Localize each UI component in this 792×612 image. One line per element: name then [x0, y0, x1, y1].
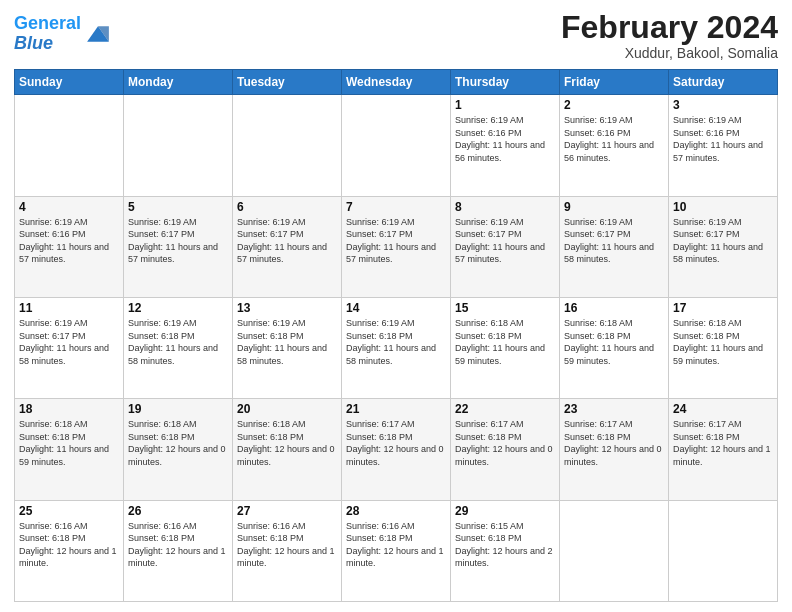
- calendar-body: 1Sunrise: 6:19 AM Sunset: 6:16 PM Daylig…: [15, 95, 778, 602]
- calendar-header-row: SundayMondayTuesdayWednesdayThursdayFrid…: [15, 70, 778, 95]
- calendar-cell: 19Sunrise: 6:18 AM Sunset: 6:18 PM Dayli…: [124, 399, 233, 500]
- day-info: Sunrise: 6:17 AM Sunset: 6:18 PM Dayligh…: [673, 418, 773, 468]
- calendar-cell: [342, 95, 451, 196]
- day-info: Sunrise: 6:16 AM Sunset: 6:18 PM Dayligh…: [237, 520, 337, 570]
- month-title: February 2024: [561, 10, 778, 45]
- day-number: 16: [564, 301, 664, 315]
- calendar-cell: 23Sunrise: 6:17 AM Sunset: 6:18 PM Dayli…: [560, 399, 669, 500]
- day-info: Sunrise: 6:19 AM Sunset: 6:16 PM Dayligh…: [673, 114, 773, 164]
- day-number: 15: [455, 301, 555, 315]
- calendar-cell: 25Sunrise: 6:16 AM Sunset: 6:18 PM Dayli…: [15, 500, 124, 601]
- day-number: 24: [673, 402, 773, 416]
- day-info: Sunrise: 6:19 AM Sunset: 6:17 PM Dayligh…: [346, 216, 446, 266]
- page: GeneralBlue February 2024 Xuddur, Bakool…: [0, 0, 792, 612]
- calendar-cell: 11Sunrise: 6:19 AM Sunset: 6:17 PM Dayli…: [15, 297, 124, 398]
- day-number: 7: [346, 200, 446, 214]
- day-info: Sunrise: 6:19 AM Sunset: 6:16 PM Dayligh…: [19, 216, 119, 266]
- day-number: 11: [19, 301, 119, 315]
- day-info: Sunrise: 6:16 AM Sunset: 6:18 PM Dayligh…: [128, 520, 228, 570]
- calendar-cell: 6Sunrise: 6:19 AM Sunset: 6:17 PM Daylig…: [233, 196, 342, 297]
- day-info: Sunrise: 6:19 AM Sunset: 6:18 PM Dayligh…: [237, 317, 337, 367]
- day-number: 27: [237, 504, 337, 518]
- day-info: Sunrise: 6:17 AM Sunset: 6:18 PM Dayligh…: [564, 418, 664, 468]
- day-info: Sunrise: 6:19 AM Sunset: 6:17 PM Dayligh…: [455, 216, 555, 266]
- day-number: 8: [455, 200, 555, 214]
- day-info: Sunrise: 6:19 AM Sunset: 6:17 PM Dayligh…: [19, 317, 119, 367]
- day-number: 13: [237, 301, 337, 315]
- day-info: Sunrise: 6:17 AM Sunset: 6:18 PM Dayligh…: [346, 418, 446, 468]
- calendar-cell: [233, 95, 342, 196]
- title-block: February 2024 Xuddur, Bakool, Somalia: [561, 10, 778, 61]
- calendar-week-row: 11Sunrise: 6:19 AM Sunset: 6:17 PM Dayli…: [15, 297, 778, 398]
- weekday-header: Wednesday: [342, 70, 451, 95]
- day-info: Sunrise: 6:18 AM Sunset: 6:18 PM Dayligh…: [128, 418, 228, 468]
- calendar-cell: 13Sunrise: 6:19 AM Sunset: 6:18 PM Dayli…: [233, 297, 342, 398]
- calendar-cell: 15Sunrise: 6:18 AM Sunset: 6:18 PM Dayli…: [451, 297, 560, 398]
- day-number: 20: [237, 402, 337, 416]
- day-number: 4: [19, 200, 119, 214]
- day-number: 28: [346, 504, 446, 518]
- day-info: Sunrise: 6:19 AM Sunset: 6:17 PM Dayligh…: [237, 216, 337, 266]
- calendar-cell: 7Sunrise: 6:19 AM Sunset: 6:17 PM Daylig…: [342, 196, 451, 297]
- logo-icon: [84, 20, 112, 48]
- day-info: Sunrise: 6:19 AM Sunset: 6:17 PM Dayligh…: [128, 216, 228, 266]
- calendar-cell: 3Sunrise: 6:19 AM Sunset: 6:16 PM Daylig…: [669, 95, 778, 196]
- day-number: 14: [346, 301, 446, 315]
- calendar-cell: 8Sunrise: 6:19 AM Sunset: 6:17 PM Daylig…: [451, 196, 560, 297]
- calendar-week-row: 25Sunrise: 6:16 AM Sunset: 6:18 PM Dayli…: [15, 500, 778, 601]
- calendar-cell: 18Sunrise: 6:18 AM Sunset: 6:18 PM Dayli…: [15, 399, 124, 500]
- calendar-cell: 29Sunrise: 6:15 AM Sunset: 6:18 PM Dayli…: [451, 500, 560, 601]
- calendar-cell: 10Sunrise: 6:19 AM Sunset: 6:17 PM Dayli…: [669, 196, 778, 297]
- day-info: Sunrise: 6:18 AM Sunset: 6:18 PM Dayligh…: [564, 317, 664, 367]
- day-info: Sunrise: 6:16 AM Sunset: 6:18 PM Dayligh…: [19, 520, 119, 570]
- calendar-cell: 20Sunrise: 6:18 AM Sunset: 6:18 PM Dayli…: [233, 399, 342, 500]
- calendar-cell: 9Sunrise: 6:19 AM Sunset: 6:17 PM Daylig…: [560, 196, 669, 297]
- calendar-cell: 12Sunrise: 6:19 AM Sunset: 6:18 PM Dayli…: [124, 297, 233, 398]
- day-number: 29: [455, 504, 555, 518]
- calendar-cell: 4Sunrise: 6:19 AM Sunset: 6:16 PM Daylig…: [15, 196, 124, 297]
- day-info: Sunrise: 6:15 AM Sunset: 6:18 PM Dayligh…: [455, 520, 555, 570]
- day-number: 12: [128, 301, 228, 315]
- weekday-header: Monday: [124, 70, 233, 95]
- day-info: Sunrise: 6:18 AM Sunset: 6:18 PM Dayligh…: [455, 317, 555, 367]
- day-number: 3: [673, 98, 773, 112]
- location-subtitle: Xuddur, Bakool, Somalia: [561, 45, 778, 61]
- calendar-table: SundayMondayTuesdayWednesdayThursdayFrid…: [14, 69, 778, 602]
- calendar-cell: 1Sunrise: 6:19 AM Sunset: 6:16 PM Daylig…: [451, 95, 560, 196]
- calendar-cell: 16Sunrise: 6:18 AM Sunset: 6:18 PM Dayli…: [560, 297, 669, 398]
- day-number: 5: [128, 200, 228, 214]
- day-number: 21: [346, 402, 446, 416]
- day-number: 25: [19, 504, 119, 518]
- day-number: 1: [455, 98, 555, 112]
- day-info: Sunrise: 6:19 AM Sunset: 6:18 PM Dayligh…: [346, 317, 446, 367]
- weekday-header: Saturday: [669, 70, 778, 95]
- day-number: 6: [237, 200, 337, 214]
- weekday-header: Friday: [560, 70, 669, 95]
- calendar-cell: 2Sunrise: 6:19 AM Sunset: 6:16 PM Daylig…: [560, 95, 669, 196]
- calendar-cell: 22Sunrise: 6:17 AM Sunset: 6:18 PM Dayli…: [451, 399, 560, 500]
- day-number: 26: [128, 504, 228, 518]
- day-number: 18: [19, 402, 119, 416]
- calendar-cell: 27Sunrise: 6:16 AM Sunset: 6:18 PM Dayli…: [233, 500, 342, 601]
- day-number: 23: [564, 402, 664, 416]
- day-number: 2: [564, 98, 664, 112]
- logo-text: GeneralBlue: [14, 14, 81, 54]
- calendar-cell: 5Sunrise: 6:19 AM Sunset: 6:17 PM Daylig…: [124, 196, 233, 297]
- calendar-week-row: 1Sunrise: 6:19 AM Sunset: 6:16 PM Daylig…: [15, 95, 778, 196]
- day-info: Sunrise: 6:19 AM Sunset: 6:17 PM Dayligh…: [673, 216, 773, 266]
- calendar-cell: [560, 500, 669, 601]
- calendar-cell: 14Sunrise: 6:19 AM Sunset: 6:18 PM Dayli…: [342, 297, 451, 398]
- calendar-week-row: 4Sunrise: 6:19 AM Sunset: 6:16 PM Daylig…: [15, 196, 778, 297]
- day-number: 17: [673, 301, 773, 315]
- calendar-cell: 17Sunrise: 6:18 AM Sunset: 6:18 PM Dayli…: [669, 297, 778, 398]
- day-number: 22: [455, 402, 555, 416]
- day-info: Sunrise: 6:17 AM Sunset: 6:18 PM Dayligh…: [455, 418, 555, 468]
- day-number: 9: [564, 200, 664, 214]
- logo: GeneralBlue: [14, 14, 112, 54]
- day-number: 10: [673, 200, 773, 214]
- day-info: Sunrise: 6:19 AM Sunset: 6:18 PM Dayligh…: [128, 317, 228, 367]
- calendar-cell: [124, 95, 233, 196]
- day-info: Sunrise: 6:18 AM Sunset: 6:18 PM Dayligh…: [237, 418, 337, 468]
- day-info: Sunrise: 6:16 AM Sunset: 6:18 PM Dayligh…: [346, 520, 446, 570]
- day-info: Sunrise: 6:18 AM Sunset: 6:18 PM Dayligh…: [19, 418, 119, 468]
